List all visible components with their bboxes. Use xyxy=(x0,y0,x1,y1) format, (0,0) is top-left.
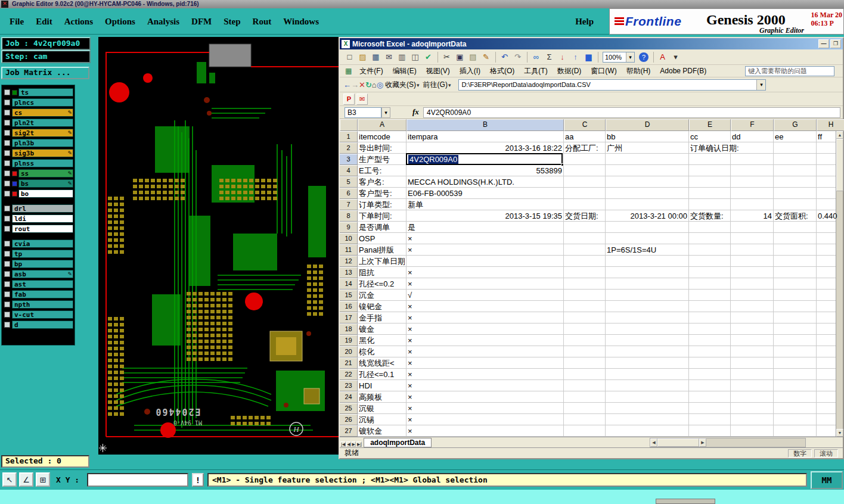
undo-icon[interactable]: ↶ xyxy=(498,51,511,63)
cell-A8[interactable]: 下单时间: xyxy=(359,210,405,222)
row-header-11[interactable]: 11 xyxy=(340,244,358,256)
row-header-13[interactable]: 13 xyxy=(340,267,358,278)
cell-B20[interactable]: × xyxy=(408,346,562,357)
cell-G8[interactable]: 交货面积: xyxy=(775,210,815,222)
row-header-4[interactable]: 4 xyxy=(340,165,358,176)
restore-button[interactable]: ❐ xyxy=(830,39,841,48)
layer-row-ts[interactable]: ts xyxy=(3,88,73,97)
cell-B22[interactable]: × xyxy=(408,369,562,380)
layer-checkbox[interactable] xyxy=(4,281,10,287)
menu-windows[interactable]: Windows xyxy=(283,8,319,35)
cell-A19[interactable]: 黑化 xyxy=(359,335,405,346)
row-header-26[interactable]: 26 xyxy=(340,414,358,425)
row-header-19[interactable]: 19 xyxy=(340,335,358,346)
sort-desc-icon[interactable]: ↑ xyxy=(569,51,582,63)
menu-step[interactable]: Step xyxy=(224,8,240,35)
cell-A21[interactable]: 线宽线距< xyxy=(359,357,405,369)
layer-checkbox[interactable] xyxy=(4,99,10,105)
layer-checkbox[interactable] xyxy=(4,206,10,211)
stop-icon[interactable]: ✕ xyxy=(359,80,365,89)
hyperlink-icon[interactable]: ∞ xyxy=(530,51,542,63)
selected-cell[interactable]: 4V2QR009A0 xyxy=(406,153,563,165)
cell-H1[interactable]: ff xyxy=(818,131,843,142)
open-icon[interactable]: ▨ xyxy=(356,51,369,63)
cell-B21[interactable]: × xyxy=(408,357,562,369)
cell-G1[interactable]: ee xyxy=(775,131,815,142)
vertical-scrollbar[interactable]: ▲ ▼ xyxy=(836,131,843,437)
layer-checkbox[interactable] xyxy=(4,241,10,247)
layer-row-pln2t[interactable]: pln2t xyxy=(3,118,73,127)
cell-D8[interactable]: 2013-3-21 00:00 xyxy=(607,210,687,222)
grid-toggle-icon[interactable]: ⊞ xyxy=(36,472,50,487)
layer-checkbox[interactable] xyxy=(4,150,10,156)
menu-analysis[interactable]: Analysis xyxy=(147,8,179,35)
layer-row-bo[interactable]: bo xyxy=(3,189,73,198)
copy-icon[interactable]: ▣ xyxy=(454,51,466,63)
cell-A22[interactable]: 孔径<=0.1 xyxy=(359,369,405,380)
toolbar-options-icon[interactable]: ▾ xyxy=(669,51,682,63)
cell-D1[interactable]: bb xyxy=(607,131,687,142)
row-header-12[interactable]: 12 xyxy=(340,256,358,267)
cell-B18[interactable]: × xyxy=(408,323,562,335)
row-header-6[interactable]: 6 xyxy=(340,188,358,199)
layer-checkbox[interactable] xyxy=(4,226,10,232)
zoom-combo[interactable]: 100%▾ xyxy=(603,52,635,63)
favorites-menu[interactable]: 收藏夹(S)▾ xyxy=(385,80,420,90)
cell-B14[interactable]: × xyxy=(408,278,562,290)
back-icon[interactable]: ← xyxy=(343,80,351,89)
cell-B19[interactable]: × xyxy=(408,335,562,346)
search-icon[interactable]: ◎ xyxy=(377,80,383,89)
job-matrix-button[interactable]: Job Matrix ... xyxy=(1,67,89,79)
cell-A2[interactable]: 导出时间: xyxy=(359,142,405,154)
column-header-E[interactable]: E xyxy=(689,119,731,131)
column-header-D[interactable]: D xyxy=(606,119,689,131)
cell-E2[interactable]: 订单确认日期: xyxy=(690,142,772,153)
cell-B11[interactable]: × xyxy=(408,244,562,256)
name-box[interactable]: B3 xyxy=(345,107,381,118)
sheet-tab[interactable]: adoqImportData xyxy=(364,438,432,447)
cell-A26[interactable]: 沉锡 xyxy=(359,414,405,425)
layer-checkbox[interactable] xyxy=(4,291,10,297)
cell-A23[interactable]: HDI xyxy=(359,380,405,391)
chart-wizard-icon[interactable]: ▆ xyxy=(582,51,595,63)
cell-A25[interactable]: 沉银 xyxy=(359,403,405,414)
scroll-right-icon[interactable]: ▶ xyxy=(699,438,706,447)
name-box-dropdown-icon[interactable]: ▾ xyxy=(381,107,390,118)
menu-file[interactable]: File xyxy=(10,8,24,35)
layer-checkbox[interactable] xyxy=(4,191,10,197)
cell-B24[interactable]: × xyxy=(408,391,562,403)
print-icon[interactable]: ▥ xyxy=(396,51,408,63)
pcb-viewport[interactable]: E204460 M1 94V-0 H xyxy=(98,37,339,455)
pdf-email-icon[interactable]: ✉ xyxy=(356,94,368,105)
home-icon[interactable]: ⌂ xyxy=(372,80,377,89)
layer-row-npth[interactable]: npth xyxy=(3,300,73,309)
save-icon[interactable]: ▦ xyxy=(370,51,382,63)
sort-asc-icon[interactable]: ↓ xyxy=(556,51,569,63)
cell-A1[interactable]: itemcode xyxy=(359,131,405,142)
menu-rout[interactable]: Rout xyxy=(253,8,272,35)
cell-B6[interactable]: E06-FB-000539 xyxy=(408,188,562,199)
cell-B7[interactable]: 新单 xyxy=(408,199,562,210)
layer-row-plnss[interactable]: plnss xyxy=(3,158,73,168)
layer-row-cs[interactable]: cs✎ xyxy=(3,108,73,117)
layer-row-sig3b[interactable]: sig3b✎ xyxy=(3,148,73,158)
layer-row-ast[interactable]: ast xyxy=(3,279,73,289)
cell-A20[interactable]: 棕化 xyxy=(359,346,405,357)
fx-icon[interactable]: fx xyxy=(412,107,419,117)
layer-row-asb[interactable]: asb✎ xyxy=(3,269,73,279)
layer-checkbox[interactable] xyxy=(4,120,10,126)
cell-A9[interactable]: 是否调单 xyxy=(359,222,405,233)
mail-icon[interactable]: ✉ xyxy=(383,51,395,63)
layer-row-pln3b[interactable]: pln3b xyxy=(3,138,73,148)
layer-checkbox[interactable] xyxy=(4,160,10,166)
layer-row-drl[interactable]: drl xyxy=(3,204,73,213)
minimize-button[interactable]: — xyxy=(818,39,829,48)
layer-checkbox[interactable] xyxy=(4,301,10,307)
cell-B5[interactable]: MECCA HOLDINGS(H.K.)LTD. xyxy=(408,176,562,188)
tab-nav-3[interactable]: ▶| xyxy=(356,441,362,447)
excel-menu-5[interactable]: 工具(T) xyxy=(519,67,552,75)
address-combo[interactable]: D:\F3ERP\ReportData\adoqImportData.CSV ▾ xyxy=(458,79,766,91)
layer-checkbox[interactable] xyxy=(4,271,10,277)
scroll-left-icon[interactable]: ◀ xyxy=(650,438,657,447)
layer-checkbox[interactable] xyxy=(4,140,10,146)
